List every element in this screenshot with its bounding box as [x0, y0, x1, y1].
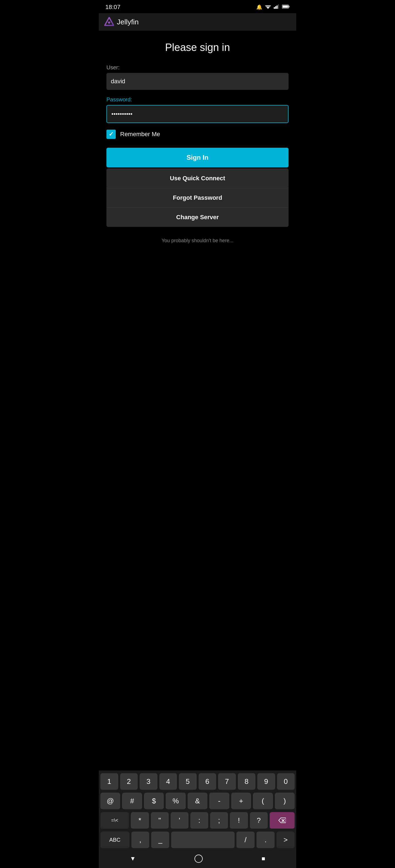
- footer-text: You probably shouldn't be here...: [107, 238, 288, 244]
- sign-in-button[interactable]: Sign In: [107, 148, 288, 167]
- app-name: Jellyfin: [117, 18, 139, 26]
- battery-icon: [282, 4, 290, 10]
- app-bar: Jellyfin: [99, 13, 296, 31]
- forgot-password-button[interactable]: Forgot Password: [107, 188, 288, 208]
- secondary-buttons-group: Use Quick Connect Forgot Password Change…: [107, 168, 288, 227]
- svg-rect-4: [275, 6, 276, 9]
- page-title: Please sign in: [107, 42, 288, 54]
- svg-rect-8: [288, 6, 289, 7]
- status-time: 18:07: [105, 4, 120, 11]
- alarm-icon: 🔔: [256, 4, 262, 10]
- remember-me-row[interactable]: ✓ Remember Me: [107, 130, 288, 139]
- user-field-group: User:: [107, 64, 288, 96]
- user-label: User:: [107, 64, 288, 71]
- wifi-icon: [265, 4, 271, 10]
- checkmark-icon: ✓: [109, 131, 114, 138]
- status-bar: 18:07 🔔: [99, 0, 296, 13]
- svg-rect-5: [277, 5, 278, 9]
- status-icons: 🔔: [256, 4, 290, 10]
- svg-rect-9: [283, 5, 288, 8]
- password-label: Password:: [107, 96, 288, 103]
- jellyfin-logo-icon: [104, 17, 114, 27]
- signal-icon: [274, 4, 279, 10]
- change-server-button[interactable]: Change Server: [107, 208, 288, 227]
- main-content: Please sign in User: Password: ✓ Remembe…: [99, 31, 296, 254]
- password-input[interactable]: [107, 105, 288, 123]
- quick-connect-button[interactable]: Use Quick Connect: [107, 168, 288, 188]
- remember-me-checkbox[interactable]: ✓: [107, 130, 116, 139]
- svg-rect-6: [278, 4, 279, 9]
- svg-rect-3: [274, 7, 275, 9]
- svg-marker-2: [266, 7, 270, 9]
- user-input[interactable]: [107, 73, 288, 90]
- password-field-group: Password:: [107, 96, 288, 130]
- remember-me-label: Remember Me: [120, 131, 160, 138]
- svg-marker-10: [105, 18, 114, 26]
- svg-point-11: [108, 21, 111, 24]
